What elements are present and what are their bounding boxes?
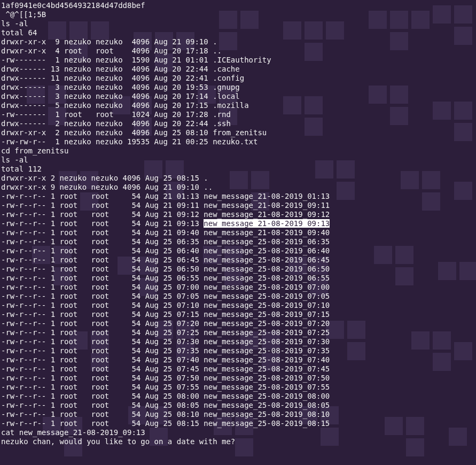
ls-home-row: drwx------ 5 nezuko nezuko 4096 Aug 20 1… (1, 101, 475, 110)
ls-row-prefix: -rw-r--r-- 1 root root 54 Aug 25 08:10 (1, 410, 204, 418)
ls-row-prefix: -rw-r--r-- 1 root root 54 Aug 25 07:50 (1, 374, 204, 382)
ls-row-filename: new_message_21-08-2019_09:40 (204, 228, 330, 237)
ls-row-prefix: -rw-r--r-- 1 root root 54 Aug 25 07:45 (1, 365, 204, 373)
ls-row-prefix: -rw-r--r-- 1 root root 54 Aug 21 01:13 (1, 192, 204, 200)
ls-zenitsu-row: drwxr-xr-x 9 nezuko nezuko 4096 Aug 21 0… (1, 183, 475, 192)
ls-home-row: drwx------ 2 nezuko nezuko 4096 Aug 20 2… (1, 119, 475, 128)
ls-home-row: drwx------ 3 nezuko nezuko 4096 Aug 20 1… (1, 83, 475, 92)
ls-row-filename: new_message_25-08-2019_07:25 (204, 328, 330, 337)
ls-row-prefix: -rw-r--r-- 1 root root 54 Aug 25 07:15 (1, 310, 204, 319)
ls-row-filename: new_message_25-08-2019_07:55 (204, 383, 330, 391)
ls-row-prefix: -rw-r--r-- 1 root root 54 Aug 25 07:30 (1, 337, 204, 346)
ls-home-row: drwx------ 11 nezuko nezuko 4096 Aug 20 … (1, 74, 475, 83)
ls-zenitsu-row: -rw-r--r-- 1 root root 54 Aug 25 07:30 n… (1, 337, 475, 346)
ls-zenitsu-row: -rw-r--r-- 1 root root 54 Aug 25 07:20 n… (1, 319, 475, 328)
ls-row-prefix: -rw-r--r-- 1 root root 54 Aug 25 07:20 (1, 319, 204, 328)
ls-row-prefix: -rw-r--r-- 1 root root 54 Aug 21 09:12 (1, 210, 204, 219)
ls-row-filename: new_message_25-08-2019_08:10 (204, 410, 330, 418)
ls-zenitsu-row: -rw-r--r-- 1 root root 54 Aug 25 08:15 n… (1, 419, 475, 428)
ls-row-prefix: -rw-r--r-- 1 root root 54 Aug 25 07:35 (1, 346, 204, 355)
ls-row-filename: new_message_25-08-2019_07:50 (204, 374, 330, 382)
ls-zenitsu-row: -rw-r--r-- 1 root root 54 Aug 25 07:10 n… (1, 301, 475, 310)
terminal-output[interactable]: 1af0941e0c4bd4564932184d47dd8bef ^@^[[1;… (0, 0, 476, 447)
ls-row-filename: new_message_25-08-2019_06:40 (204, 246, 330, 255)
ls-row-filename: new_message_25-08-2019_07:20 (204, 319, 330, 328)
ls-home-row: drwxr-xr-x 9 nezuko nezuko 4096 Aug 21 0… (1, 37, 475, 46)
ls-zenitsu-row: -rw-r--r-- 1 root root 54 Aug 25 07:25 n… (1, 328, 475, 337)
ls-home-row: drwxr-xr-x 4 root root 4096 Aug 20 17:18… (1, 46, 475, 56)
ls-zenitsu-row: -rw-r--r-- 1 root root 54 Aug 25 07:35 n… (1, 346, 475, 355)
ls-row-filename: new_message_25-08-2019_07:30 (204, 337, 330, 346)
ls-row-prefix: -rw-r--r-- 1 root root 54 Aug 25 08:00 (1, 392, 204, 400)
ls-home-row: -rw-rw-r-- 1 nezuko nezuko 19535 Aug 21 … (1, 137, 475, 146)
ls-row-prefix: -rw-r--r-- 1 root root 54 Aug 25 08:15 (1, 419, 204, 428)
ls-zenitsu-row: -rw-r--r-- 1 root root 54 Aug 25 07:00 n… (1, 283, 475, 292)
ls-row-filename: new_message_25-08-2019_06:35 (204, 237, 330, 246)
ls-zenitsu-row: -rw-r--r-- 1 root root 54 Aug 25 07:15 n… (1, 310, 475, 319)
ls-zenitsu-row: -rw-r--r-- 1 root root 54 Aug 25 07:55 n… (1, 383, 475, 392)
ls-zenitsu-row: -rw-r--r-- 1 root root 54 Aug 25 06:45 n… (1, 255, 475, 265)
ls-row-prefix: -rw-r--r-- 1 root root 54 Aug 25 06:45 (1, 255, 204, 264)
ls-row-prefix: -rw-r--r-- 1 root root 54 Aug 25 07:25 (1, 328, 204, 337)
ls-row-filename: new_message_21-08-2019_09:11 (204, 201, 330, 210)
ls-zenitsu-row: -rw-r--r-- 1 root root 54 Aug 21 09:11 n… (1, 201, 475, 210)
header-line: ^@^[[1;5B (1, 10, 475, 19)
ls-home-row: drwxr-xr-x 2 nezuko nezuko 4096 Aug 25 0… (1, 128, 475, 137)
ls-row-filename: new_message_25-08-2019_07:00 (204, 283, 330, 291)
ls-row-prefix: -rw-r--r-- 1 root root 54 Aug 25 06:35 (1, 237, 204, 246)
ls-row-filename: new_message_25-08-2019_08:05 (204, 401, 330, 409)
ls-home-row: -rw------- 1 nezuko nezuko 1590 Aug 21 0… (1, 56, 475, 65)
ls-home-row: drwx------ 3 nezuko nezuko 4096 Aug 20 1… (1, 92, 475, 101)
ls-row-filename: new_message_25-08-2019_07:45 (204, 365, 330, 373)
ls-zenitsu-row: -rw-r--r-- 1 root root 54 Aug 21 01:13 n… (1, 192, 475, 201)
ls-row-prefix: -rw-r--r-- 1 root root 54 Aug 21 09:11 (1, 201, 204, 210)
ls-zenitsu-row: -rw-r--r-- 1 root root 54 Aug 25 06:55 n… (1, 274, 475, 283)
ls-row-filename: new_message_25-08-2019_08:15 (204, 419, 330, 428)
ls-zenitsu-row: -rw-r--r-- 1 root root 54 Aug 25 08:00 n… (1, 392, 475, 401)
ls-zenitsu-row: -rw-r--r-- 1 root root 54 Aug 21 09:40 n… (1, 228, 475, 237)
ls-zenitsu-row: -rw-r--r-- 1 root root 54 Aug 25 07:45 n… (1, 365, 475, 374)
ls-row-prefix: -rw-r--r-- 1 root root 54 Aug 25 06:40 (1, 246, 204, 255)
cat-output: nezuko chan, would you like to go on a d… (1, 437, 475, 446)
ls-row-prefix: -rw-r--r-- 1 root root 54 Aug 25 07:55 (1, 383, 204, 391)
cd-command: cd from_zenitsu (1, 146, 475, 156)
ls-row-filename: new_message_25-08-2019_07:35 (204, 346, 330, 355)
ls-row-filename: new_message_25-08-2019_06:50 (204, 265, 330, 273)
ls-row-prefix: -rw-r--r-- 1 root root 54 Aug 21 09:40 (1, 228, 204, 237)
ls-zenitsu-row: -rw-r--r-- 1 root root 54 Aug 25 07:05 n… (1, 292, 475, 301)
ls-row-filename: new_message_21-08-2019_09:12 (204, 210, 330, 219)
ls-row-filename: new_message_25-08-2019_07:10 (204, 301, 330, 309)
ls-zenitsu-row: -rw-r--r-- 1 root root 54 Aug 25 07:50 n… (1, 374, 475, 383)
ls-zenitsu-row: -rw-r--r-- 1 root root 54 Aug 25 08:05 n… (1, 401, 475, 410)
ls-row-filename: new_message_25-08-2019_07:05 (204, 292, 330, 300)
ls-total: total 112 (1, 165, 475, 174)
ls-zenitsu-row: -rw-r--r-- 1 root root 54 Aug 21 09:13 n… (1, 219, 475, 228)
ls-row-prefix: -rw-r--r-- 1 root root 54 Aug 25 07:05 (1, 292, 204, 300)
ls-row-prefix: -rw-r--r-- 1 root root 54 Aug 25 06:55 (1, 274, 204, 282)
ls-row-filename: new_message_25-08-2019_06:45 (204, 255, 330, 264)
ls-zenitsu-row: -rw-r--r-- 1 root root 54 Aug 25 06:40 n… (1, 246, 475, 255)
ls-zenitsu-row: -rw-r--r-- 1 root root 54 Aug 25 08:10 n… (1, 410, 475, 419)
ls-home-row: drwx------ 13 nezuko nezuko 4096 Aug 20 … (1, 65, 475, 74)
ls-command: ls -al (1, 156, 475, 165)
ls-row-filename: new_message_25-08-2019_07:40 (204, 355, 330, 364)
ls-zenitsu-row: drwxr-xr-x 2 nezuko nezuko 4096 Aug 25 0… (1, 174, 475, 183)
ls-row-prefix: -rw-r--r-- 1 root root 54 Aug 25 07:00 (1, 283, 204, 291)
ls-zenitsu-row: -rw-r--r-- 1 root root 54 Aug 25 07:40 n… (1, 355, 475, 365)
header-line: ls -al (1, 19, 475, 28)
ls-row-prefix: -rw-r--r-- 1 root root 54 Aug 25 07:10 (1, 301, 204, 309)
ls-home-row: -rw------- 1 root root 1024 Aug 20 17:28… (1, 110, 475, 119)
ls-row-filename: new_message_25-08-2019_06:55 (204, 274, 330, 282)
header-line: total 64 (1, 28, 475, 37)
ls-zenitsu-row: -rw-r--r-- 1 root root 54 Aug 25 06:50 n… (1, 265, 475, 274)
ls-row-prefix: -rw-r--r-- 1 root root 54 Aug 25 07:40 (1, 355, 204, 364)
ls-zenitsu-row: -rw-r--r-- 1 root root 54 Aug 25 06:35 n… (1, 237, 475, 246)
ls-zenitsu-row: -rw-r--r-- 1 root root 54 Aug 21 09:12 n… (1, 210, 475, 219)
ls-row-filename: new_message_25-08-2019_07:15 (204, 310, 330, 319)
ls-row-prefix: -rw-r--r-- 1 root root 54 Aug 25 06:50 (1, 265, 204, 273)
cat-command: cat new_message_21-08-2019_09:13 (1, 428, 475, 437)
ls-row-filename: new_message_21-08-2019_01:13 (204, 192, 330, 200)
ls-row-prefix: -rw-r--r-- 1 root root 54 Aug 21 09:13 (1, 219, 204, 228)
header-line: 1af0941e0c4bd4564932184d47dd8bef (1, 1, 475, 10)
ls-row-filename: new_message_21-08-2019_09:13 (204, 219, 330, 228)
